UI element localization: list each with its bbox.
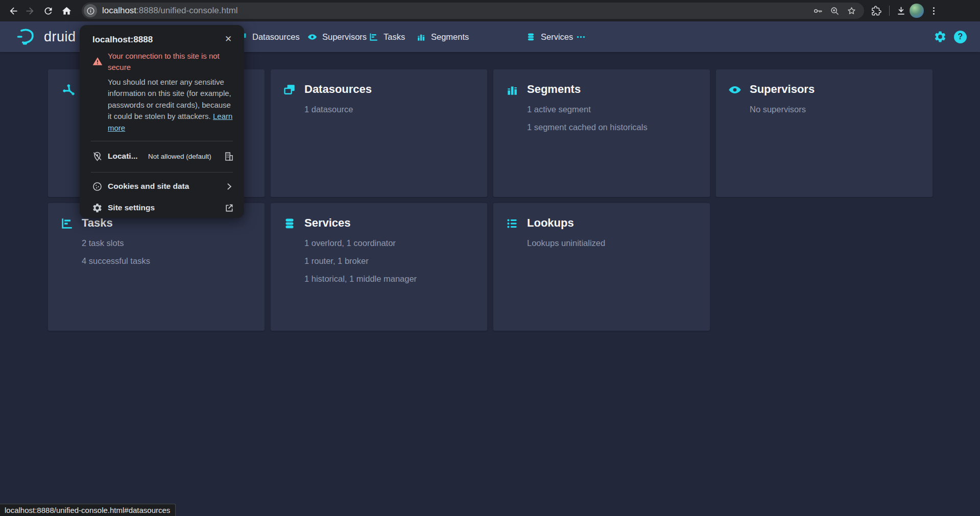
- services-database-icon: [526, 32, 536, 42]
- segments-chart-icon: [506, 83, 519, 96]
- brand-wordmark: druid: [44, 29, 76, 45]
- cookies-row[interactable]: Cookies and site data: [80, 177, 244, 196]
- card-services[interactable]: Services 1 overlord, 1 coordinator 1 rou…: [271, 203, 487, 331]
- browser-window: localhost:8888/unified-console.html: [0, 0, 980, 516]
- card-line: 1 historical, 1 middle manager: [304, 274, 475, 284]
- supervisors-eye-icon: [307, 32, 317, 42]
- popup-divider: [91, 172, 233, 173]
- datasources-icon: [283, 83, 296, 96]
- tasks-gantt-icon: [60, 217, 74, 230]
- cookie-icon: [92, 181, 103, 192]
- nav-label: Supervisors: [322, 32, 367, 42]
- status-url: localhost:8888/unified-console.html#data…: [5, 506, 170, 514]
- site-info-popup: localhost:8888 ✕ Your connection to this…: [80, 25, 244, 218]
- menu-dots-icon[interactable]: [925, 3, 942, 19]
- more-ellipsis-icon: [576, 32, 586, 42]
- card-title: Segments: [527, 83, 698, 96]
- supervisors-eye-icon: [728, 83, 742, 96]
- nav-label: Tasks: [384, 32, 405, 42]
- card-lookups[interactable]: Lookups Lookups uninitialized: [493, 203, 710, 331]
- location-off-icon: [92, 151, 103, 162]
- url-host: localhost: [102, 6, 136, 15]
- site-info-icon[interactable]: [84, 4, 97, 17]
- password-key-icon[interactable]: [812, 6, 823, 16]
- card-line: Lookups uninitialized: [527, 238, 698, 249]
- organization-icon: [224, 151, 234, 162]
- card-line: 1 datasource: [304, 104, 475, 115]
- card-segments[interactable]: Segments 1 active segment 1 segment cach…: [493, 69, 710, 197]
- site-settings-label: Site settings: [108, 203, 155, 212]
- home-icon[interactable]: [58, 3, 75, 19]
- toolbar-separator: [889, 6, 890, 16]
- close-icon[interactable]: ✕: [222, 32, 235, 45]
- site-settings-row[interactable]: Site settings: [80, 199, 244, 218]
- cookies-label: Cookies and site data: [108, 182, 189, 191]
- location-permission-row[interactable]: Locati... Not allowed (default): [80, 147, 244, 166]
- refresh-icon[interactable]: [40, 3, 56, 19]
- connection-warning-title: Your connection to this site is not secu…: [108, 51, 234, 73]
- popup-divider: [91, 141, 233, 141]
- location-label: Locati...: [108, 152, 138, 161]
- nav-item-datasources[interactable]: Datasources: [237, 21, 300, 52]
- fork-icon: [61, 83, 75, 96]
- nav-label: Services: [541, 32, 573, 42]
- url-text: localhost:8888/unified-console.html: [102, 6, 812, 16]
- bookmark-star-icon[interactable]: [846, 6, 857, 16]
- connection-warning-body: You should not enter any sensitive infor…: [108, 77, 234, 134]
- console-settings-button[interactable]: [934, 21, 947, 52]
- nav-more-menu[interactable]: [576, 21, 586, 52]
- card-line: 2 task slots: [82, 238, 252, 249]
- segments-chart-icon: [416, 32, 426, 42]
- card-line: 1 active segment: [527, 104, 698, 115]
- card-title: Tasks: [82, 216, 252, 230]
- druid-brand[interactable]: druid: [15, 21, 76, 52]
- lookups-list-icon: [506, 217, 519, 230]
- nav-item-services[interactable]: Services: [526, 21, 573, 52]
- card-line: 1 overlord, 1 coordinator: [304, 238, 475, 249]
- services-database-icon: [283, 217, 296, 230]
- card-tasks[interactable]: Tasks 2 task slots 4 successful tasks: [48, 203, 265, 331]
- card-supervisors[interactable]: Supervisors No supervisors: [716, 69, 933, 197]
- card-line: 4 successful tasks: [82, 256, 252, 266]
- back-icon[interactable]: [5, 3, 21, 19]
- open-in-new-icon: [224, 203, 234, 213]
- gear-icon: [92, 203, 103, 213]
- zoom-icon[interactable]: [829, 6, 840, 16]
- card-title: Supervisors: [750, 83, 920, 96]
- tasks-gantt-icon: [369, 32, 378, 42]
- settings-gear-icon: [934, 30, 947, 43]
- card-title: Services: [304, 216, 475, 230]
- profile-avatar[interactable]: [910, 4, 924, 18]
- card-title: Datasources: [304, 83, 475, 96]
- card-title: Lookups: [527, 216, 698, 230]
- forward-icon[interactable]: [21, 3, 38, 19]
- nav-label: Datasources: [252, 32, 300, 42]
- help-icon: ?: [954, 31, 967, 43]
- extensions-puzzle-icon[interactable]: [868, 3, 885, 19]
- download-icon[interactable]: [893, 3, 909, 19]
- nav-item-supervisors[interactable]: Supervisors: [307, 21, 367, 52]
- card-line: 1 segment cached on historicals: [527, 122, 698, 133]
- console-help-button[interactable]: ?: [954, 21, 967, 52]
- card-line: 1 router, 1 broker: [304, 256, 475, 266]
- address-bar[interactable]: localhost:8888/unified-console.html: [82, 3, 864, 19]
- status-bubble: localhost:8888/unified-console.html#data…: [0, 504, 176, 516]
- chevron-right-icon: [224, 181, 234, 192]
- popup-title: localhost:8888: [92, 35, 153, 45]
- location-value: Not allowed (default): [148, 153, 211, 160]
- card-datasources[interactable]: Datasources 1 datasource: [271, 69, 487, 197]
- nav-label: Segments: [431, 32, 469, 42]
- browser-toolbar: localhost:8888/unified-console.html: [0, 0, 980, 21]
- warning-triangle-icon: [92, 56, 103, 67]
- card-line: No supervisors: [750, 104, 920, 115]
- druid-logo-icon: [15, 26, 38, 48]
- nav-item-segments[interactable]: Segments: [416, 21, 469, 52]
- nav-item-tasks[interactable]: Tasks: [369, 21, 405, 52]
- url-path: :8888/unified-console.html: [136, 6, 237, 15]
